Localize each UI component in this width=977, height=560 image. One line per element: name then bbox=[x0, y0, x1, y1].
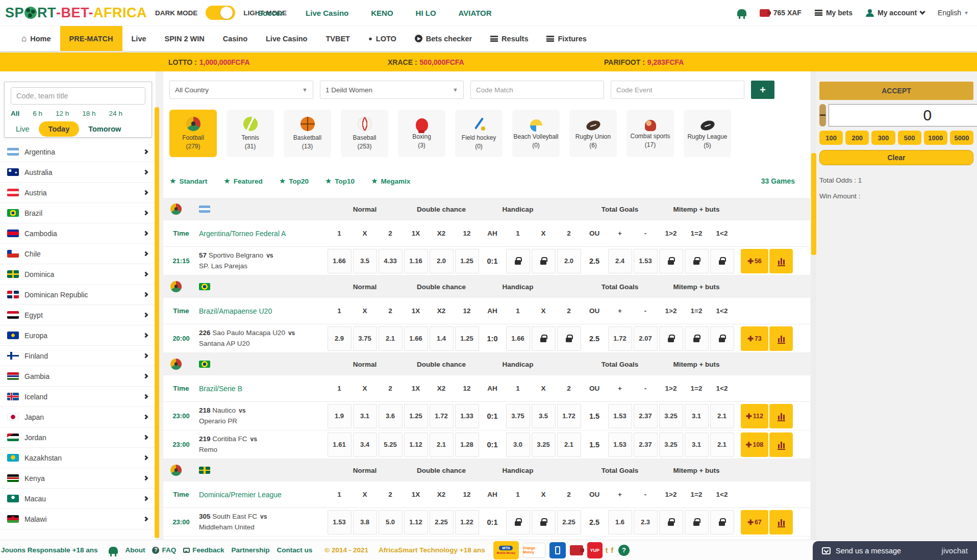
odds-button[interactable]: 5.0 bbox=[379, 510, 403, 534]
sidebar-item-dominican-republic[interactable]: Dominican Republic bbox=[0, 285, 155, 305]
sidebar-item-dominica[interactable]: Dominica bbox=[0, 264, 155, 285]
odds-button[interactable]: 1.66 bbox=[404, 326, 428, 351]
odds-button[interactable]: 1.16 bbox=[404, 249, 428, 273]
odds-button[interactable]: 1.25 bbox=[404, 404, 428, 428]
odds-button[interactable]: 2.0 bbox=[430, 249, 454, 273]
quick-amount-200[interactable]: 200 bbox=[845, 131, 869, 145]
odds-button[interactable]: 1.53 bbox=[608, 432, 632, 457]
top-menu-hi-lo[interactable]: HI LO bbox=[416, 9, 436, 17]
odds-button[interactable]: 3.5 bbox=[353, 249, 377, 273]
sidebar-item-finland[interactable]: Finland bbox=[0, 346, 155, 366]
footer-link-contact-us[interactable]: Contact us bbox=[277, 546, 313, 554]
odds-button[interactable]: 2.0 bbox=[557, 249, 581, 273]
odds-button[interactable]: 3.1 bbox=[685, 404, 709, 428]
odds-button[interactable]: 3.0 bbox=[506, 432, 530, 457]
twitter-icon[interactable]: t bbox=[606, 546, 608, 554]
clear-button[interactable]: Clear bbox=[819, 150, 973, 165]
code-match-input[interactable] bbox=[476, 86, 598, 94]
odds-button[interactable]: 3.25 bbox=[659, 404, 683, 428]
odds-button[interactable]: 2.37 bbox=[634, 404, 658, 428]
time-filter-24-h[interactable]: 24 h bbox=[109, 110, 122, 117]
my-bets-button[interactable]: My bets bbox=[815, 9, 853, 17]
odds-button[interactable]: 1.9 bbox=[328, 404, 352, 428]
sidebar-item-malawi[interactable]: Malawi bbox=[0, 509, 155, 529]
match-title[interactable]: 305 South East FCvsMiddleham United bbox=[199, 512, 327, 533]
nav-item-fixtures[interactable]: Fixtures bbox=[537, 26, 595, 51]
nav-item-live-casino[interactable]: Live Casino bbox=[257, 26, 316, 51]
stats-button[interactable] bbox=[769, 404, 793, 428]
android-app-icon[interactable] bbox=[737, 9, 746, 16]
odds-button[interactable]: 1.4 bbox=[430, 326, 454, 351]
sport-tab-rugby-union[interactable]: Rugby Union(6) bbox=[569, 110, 617, 157]
more-markets-button[interactable]: ✚67 bbox=[741, 510, 768, 534]
sport-tab-basketball[interactable]: Basketball(13) bbox=[284, 110, 331, 157]
odds-button[interactable]: 2.1 bbox=[379, 326, 403, 351]
sport-tab-baseball[interactable]: Baseball(253) bbox=[341, 110, 388, 157]
add-code-button[interactable]: + bbox=[751, 81, 774, 99]
sidebar-item-jordan[interactable]: Jordan bbox=[0, 427, 155, 448]
odds-button[interactable]: 1.25 bbox=[455, 249, 479, 273]
odds-button[interactable]: 1.53 bbox=[328, 510, 352, 534]
footer-link-partnership[interactable]: Partnership bbox=[231, 546, 269, 554]
view-tab-standart[interactable]: ★Standart bbox=[169, 176, 207, 186]
odds-button[interactable]: 1.72 bbox=[430, 404, 454, 428]
league-link-dominica-premier-league[interactable]: Dominica/Premier League bbox=[199, 491, 327, 499]
odds-button[interactable]: 2.1 bbox=[557, 432, 581, 457]
quick-amount-500[interactable]: 500 bbox=[898, 131, 921, 145]
more-markets-button[interactable]: ✚73 bbox=[741, 326, 768, 351]
odds-button[interactable]: 1.66 bbox=[328, 249, 352, 273]
odds-button[interactable]: 3.6 bbox=[379, 404, 403, 428]
odds-button[interactable]: 3.1 bbox=[685, 432, 709, 457]
my-account-button[interactable]: My account bbox=[866, 9, 924, 17]
league-filter-select[interactable]: 1 Deild Women▼ bbox=[320, 81, 464, 99]
league-link-argentina-torneo-federal-a[interactable]: Argentina/Torneo Federal A bbox=[199, 230, 327, 238]
nav-item-loto[interactable]: ●LOTO bbox=[359, 26, 406, 51]
main-scrollbar[interactable] bbox=[811, 71, 816, 540]
odds-button[interactable]: 1.53 bbox=[634, 249, 658, 273]
top-menu-live-casino[interactable]: Live Casino bbox=[306, 9, 348, 17]
sidebar-item-austria[interactable]: Austria bbox=[0, 183, 155, 203]
league-link-brazil-serie-b[interactable]: Brazil/Serie B bbox=[199, 385, 327, 393]
sidebar-item-chile[interactable]: Chile bbox=[0, 244, 155, 264]
quick-amount-100[interactable]: 100 bbox=[819, 131, 843, 145]
nav-item-home[interactable]: ⌂Home bbox=[12, 26, 60, 51]
odds-button[interactable]: 1.12 bbox=[404, 510, 428, 534]
sidebar-item-australia[interactable]: Australia bbox=[0, 162, 155, 183]
sidebar-item-brazil[interactable]: Brazil bbox=[0, 203, 155, 223]
odds-button[interactable]: 3.25 bbox=[659, 432, 683, 457]
quick-amount-300[interactable]: 300 bbox=[871, 131, 895, 145]
chat-widget[interactable]: Send us a message jivochat bbox=[813, 541, 977, 560]
stake-input[interactable] bbox=[829, 104, 977, 126]
nav-item-casino[interactable]: Casino bbox=[214, 26, 257, 51]
sport-tab-tennis[interactable]: Tennis(31) bbox=[227, 110, 274, 157]
sidebar-item-cambodia[interactable]: Cambodia bbox=[0, 223, 155, 244]
sidebar-item-kazakhstan[interactable]: Kazakhstan bbox=[0, 448, 155, 468]
sidebar-item-japan[interactable]: Japan bbox=[0, 407, 155, 427]
language-select[interactable]: English▾ bbox=[938, 9, 968, 17]
facebook-icon[interactable]: f bbox=[611, 546, 613, 554]
odds-button[interactable]: 3.1 bbox=[353, 404, 377, 428]
odds-button[interactable]: 2.9 bbox=[328, 326, 352, 351]
time-filter-18-h[interactable]: 18 h bbox=[82, 110, 95, 117]
sidebar-scrollbar[interactable] bbox=[155, 107, 159, 538]
sport-tab-rugby-league[interactable]: Rugby League(5) bbox=[684, 110, 731, 157]
odds-button[interactable]: 1.72 bbox=[608, 326, 632, 351]
footer-link-faq[interactable]: ?FAQ bbox=[152, 546, 176, 554]
sidebar-item-iceland[interactable]: Iceland bbox=[0, 387, 155, 407]
odds-button[interactable]: 3.75 bbox=[353, 326, 377, 351]
odds-button[interactable]: 2.1 bbox=[430, 432, 454, 457]
odds-button[interactable]: 3.75 bbox=[506, 404, 530, 428]
odds-button[interactable]: 1.22 bbox=[455, 510, 479, 534]
odds-button[interactable]: 1.66 bbox=[506, 326, 530, 351]
more-markets-button[interactable]: ✚56 bbox=[741, 249, 768, 273]
view-tab-featured[interactable]: ★Featured bbox=[223, 176, 262, 186]
sidebar-item-kenya[interactable]: Kenya bbox=[0, 468, 155, 489]
day-tab-live[interactable]: Live bbox=[11, 122, 35, 136]
top-menu-soccer[interactable]: Soccer bbox=[258, 9, 283, 17]
nav-item-spin-2-win[interactable]: SPIN 2 WIN bbox=[156, 26, 214, 51]
stake-decrease-button[interactable]: − bbox=[819, 104, 826, 126]
odds-button[interactable]: 2.1 bbox=[710, 432, 734, 457]
match-title[interactable]: 226 Sao Paulo Macapa U20vsSantana AP U20 bbox=[199, 328, 327, 349]
more-markets-button[interactable]: ✚112 bbox=[741, 404, 768, 428]
sport-tab-football[interactable]: Football(279) bbox=[169, 110, 217, 157]
